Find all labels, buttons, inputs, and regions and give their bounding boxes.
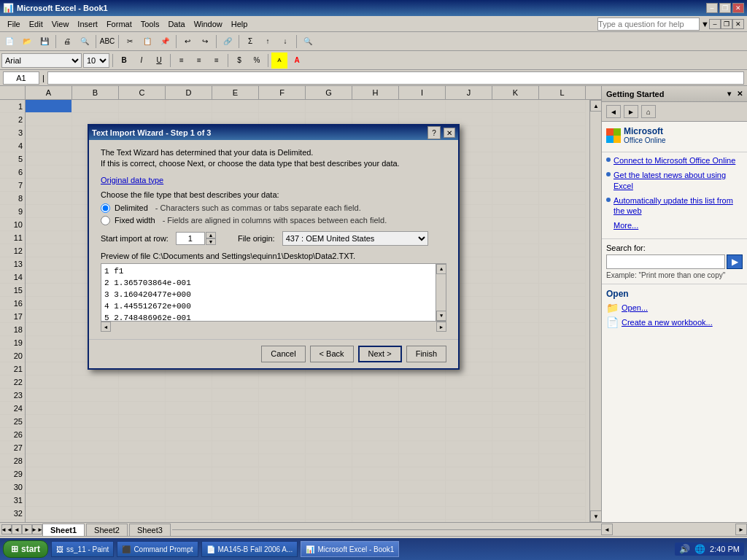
preview-line-5: 5 2.748486962e-001 [104, 312, 443, 322]
fixed-width-label: Fixed width [115, 216, 155, 225]
spinner-buttons: ▲ ▼ [206, 232, 216, 245]
dialog-close-button[interactable]: ✕ [444, 128, 455, 138]
intro-line2: If this is correct, choose Next, or choo… [101, 159, 400, 168]
cancel-button[interactable]: Cancel [261, 346, 305, 362]
preview-scroll-track [111, 322, 436, 332]
preview-horizontal-scrollbar[interactable]: ◄ ► [101, 322, 446, 332]
preview-scroll-right-button[interactable]: ► [436, 322, 446, 332]
preview-line-4: 4 1.445512672e+000 [104, 300, 443, 312]
delimited-radio[interactable] [101, 203, 110, 213]
dialog-overlay: Text Import Wizard - Step 1 of 3 ? ✕ The… [0, 0, 747, 560]
dialog-titlebar: Text Import Wizard - Step 1 of 3 ? ✕ [89, 125, 458, 140]
start-row-label: Start import at row: [101, 234, 169, 243]
preview-vertical-scrollbar[interactable]: ▲ ▼ [436, 264, 446, 321]
preview-line-2: 2 1.365703864e-001 [104, 277, 443, 289]
delimited-label: Delimited [115, 203, 148, 212]
preview-line-1: 1 f1 [104, 265, 443, 277]
start-row-input[interactable] [176, 232, 205, 245]
preview-scroll-left-button[interactable]: ◄ [101, 322, 111, 332]
dialog-footer: Cancel < Back Next > Finish [89, 339, 458, 368]
fixed-width-radio[interactable] [101, 216, 110, 225]
preview-line-3: 3 3.160420477e+000 [104, 289, 443, 300]
spin-down-button[interactable]: ▼ [206, 238, 216, 245]
original-data-type-link[interactable]: Original data type [101, 176, 446, 184]
file-origin-selector[interactable]: 437 : OEM United States [282, 231, 428, 246]
dialog-intro-text: The Text Wizard has determined that your… [101, 147, 446, 170]
finish-button[interactable]: Finish [406, 346, 446, 362]
delimited-desc: - Characters such as commas or tabs sepa… [155, 203, 361, 212]
dialog-body: The Text Wizard has determined that your… [89, 140, 458, 339]
fixed-width-radio-row: Fixed width - Fields are aligned in colu… [101, 216, 446, 225]
choose-file-type-label: Choose the file type that best describes… [101, 190, 446, 199]
origin-label: File origin: [238, 234, 275, 243]
preview-box: 1 f1 2 1.365703864e-001 3 3.160420477e+0… [101, 263, 446, 322]
preview-scroll-up-button[interactable]: ▲ [436, 264, 446, 274]
next-button[interactable]: Next > [358, 346, 402, 362]
delimited-radio-row: Delimited - Characters such as commas or… [101, 203, 446, 213]
intro-line1: The Text Wizard has determined that your… [101, 148, 313, 157]
preview-scroll-down-button[interactable]: ▼ [436, 311, 446, 321]
dialog-help-button[interactable]: ? [427, 126, 441, 139]
start-row-row: Start import at row: ▲ ▼ File origin: 43… [101, 231, 446, 246]
back-button[interactable]: < Back [310, 346, 354, 362]
preview-content: 1 f1 2 1.365703864e-001 3 3.160420477e+0… [101, 264, 446, 322]
spin-up-button[interactable]: ▲ [206, 232, 216, 238]
preview-label: Preview of file C:\Documents and Setting… [101, 252, 446, 260]
text-import-wizard-dialog: Text Import Wizard - Step 1 of 3 ? ✕ The… [88, 124, 460, 370]
fixed-width-desc: - Fields are aligned in columns with spa… [163, 216, 387, 225]
dialog-title: Text Import Wizard - Step 1 of 3 [92, 128, 212, 137]
